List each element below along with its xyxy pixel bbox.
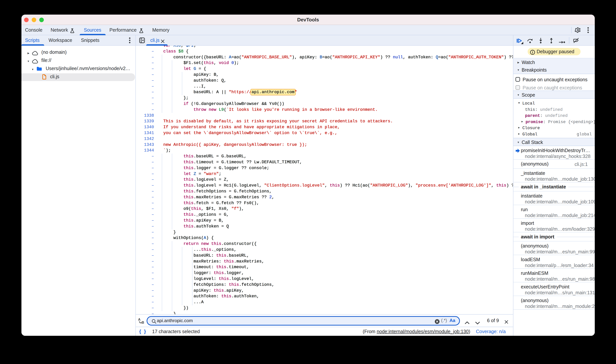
svg-text:B: B <box>142 321 144 324</box>
svg-text:A: A <box>138 318 140 321</box>
